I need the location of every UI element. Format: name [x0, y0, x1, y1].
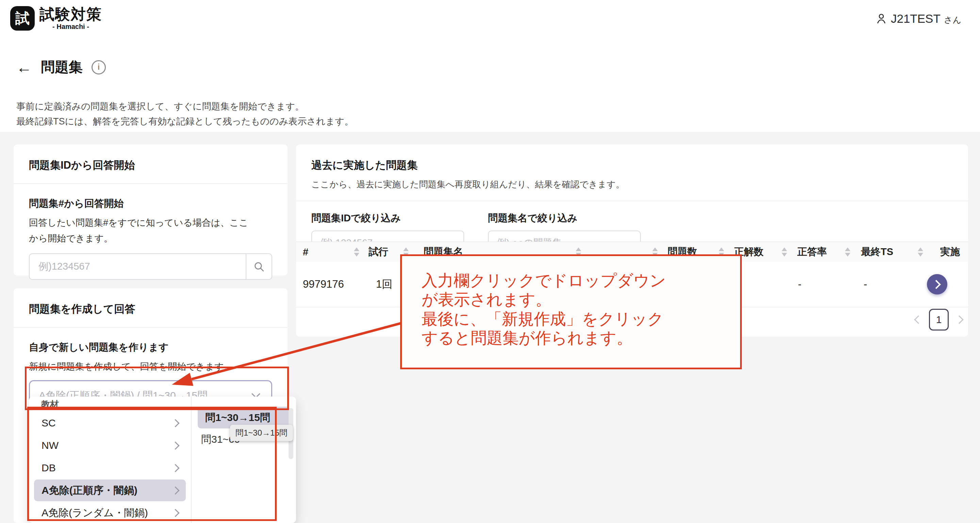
column-header-run: 実施 — [940, 245, 960, 259]
annotation-line: すると問題集が作られます。 — [422, 328, 733, 347]
run-button[interactable] — [927, 274, 947, 295]
page-description: 事前に定義済みの問題集を選択して、すぐに問題集を開始できます。 最終記録TSには… — [16, 99, 353, 129]
app-logo-icon: 試 — [10, 6, 35, 31]
pagination-prev-icon[interactable] — [914, 315, 923, 324]
filter-by-id-label: 問題集IDで絞り込み — [311, 211, 464, 225]
sort-icon[interactable] — [918, 247, 923, 257]
annotation-text-box: 入力欄クリックでドロップダウン が表示されます。 最後に、「新規作成」をクリック… — [400, 254, 742, 369]
history-subtitle: ここから、過去に実施した問題集へ再度取り組んだり、結果を確認できます。 — [311, 179, 953, 190]
page-title: 問題集 — [41, 58, 83, 76]
app-subtitle: - Hamachi - — [52, 23, 89, 30]
page-description-line2: 最終記録TSには、解答を完答し有効な記録として残ったもののみ表示されます。 — [16, 114, 353, 129]
user-name: J21TEST — [891, 13, 940, 24]
card-answer-by-id-title: 問題集IDから回答開始 — [14, 144, 288, 183]
create-subtitle: 自身で新しい問題集を作ります — [29, 341, 272, 354]
card-answer-by-id: 問題集IDから回答開始 問題集#から回答開始 回答したい問題集#をすでに知ってい… — [14, 144, 288, 276]
user-menu[interactable]: J21TEST さん — [875, 12, 961, 24]
annotation-line: が表示されます。 — [422, 290, 733, 309]
app-logo[interactable]: 試 試験対策 - Hamachi - — [10, 6, 102, 31]
user-icon — [875, 12, 888, 24]
pagination-next-icon[interactable] — [955, 315, 963, 324]
back-arrow-icon[interactable]: ← — [16, 60, 32, 75]
problem-set-id-input[interactable]: 例)1234567 — [29, 254, 272, 280]
info-icon[interactable]: i — [92, 60, 106, 74]
column-header-number[interactable]: # — [303, 247, 308, 258]
column-header-last-ts[interactable]: 最終TS — [861, 245, 893, 259]
cell-problem-set-id: 9979176 — [303, 278, 344, 290]
filter-by-name-label: 問題集名で絞り込み — [488, 211, 641, 225]
app-title: 試験対策 — [40, 7, 102, 22]
pagination: 1 — [915, 309, 962, 331]
chevron-right-icon — [932, 280, 941, 289]
top-bar: 試 試験対策 - Hamachi - J21TEST さん — [0, 0, 980, 41]
sort-icon[interactable] — [845, 247, 850, 257]
cell-accuracy: - — [798, 278, 801, 290]
annotation-line: 入力欄クリックでドロップダウン — [422, 271, 733, 290]
column-header-attempt[interactable]: 試行 — [369, 245, 388, 259]
annotation-line: 最後に、「新規作成」をクリック — [422, 309, 733, 328]
cell-attempt: 1回 — [376, 277, 392, 292]
app-logo-text: 試験対策 - Hamachi - — [40, 7, 102, 30]
sort-icon[interactable] — [354, 247, 360, 257]
sort-icon[interactable] — [782, 247, 787, 257]
answer-by-id-subtitle: 問題集#から回答開始 — [29, 197, 272, 211]
history-title: 過去に実施した問題集 — [311, 158, 953, 173]
page-description-line1: 事前に定義済みの問題集を選択して、すぐに問題集を開始できます。 — [16, 99, 353, 114]
annotation-rect-select — [25, 366, 289, 410]
card-create-title: 問題集を作成して回答 — [14, 288, 288, 327]
cell-last-ts: - — [864, 278, 867, 290]
problem-set-id-placeholder: 例)1234567 — [30, 260, 246, 273]
annotation-rect-dropdown — [27, 407, 277, 521]
pagination-current-page[interactable]: 1 — [929, 309, 949, 331]
search-button[interactable] — [246, 254, 272, 279]
column-header-accuracy[interactable]: 正答率 — [797, 245, 827, 259]
search-icon — [253, 261, 265, 273]
answer-by-id-description: 回答したい問題集#をすでに知っている場合は、ここから開始できます。 — [29, 215, 256, 247]
user-name-suffix: さん — [944, 15, 961, 25]
